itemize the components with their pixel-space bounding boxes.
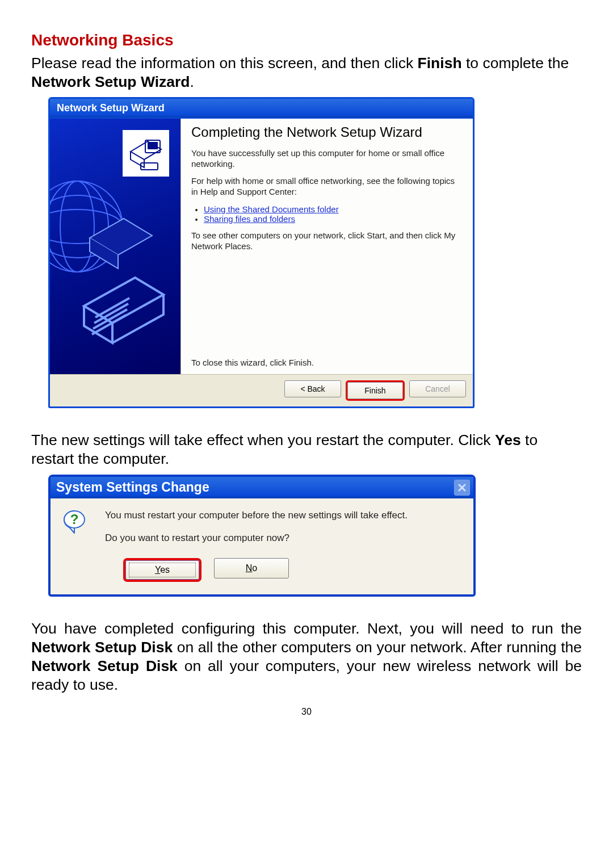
list-item: Using the Shared Documents folder: [204, 204, 463, 214]
network-setup-wizard-window: Network Setup Wizard: [48, 97, 475, 408]
msgbox-title: System Settings Change: [56, 480, 209, 495]
intro-text-1: Please read the information on this scre…: [31, 54, 418, 72]
wizard-content: Completing the Network Setup Wizard You …: [181, 119, 473, 374]
link-sharing-files[interactable]: Sharing files and folders: [204, 214, 295, 224]
question-icon: ?: [61, 509, 88, 555]
wizard-help-links: Using the Shared Documents folder Sharin…: [191, 204, 463, 224]
msgbox-message-2: Do you want to restart your computer now…: [105, 531, 463, 546]
final-1: You have completed configuring this comp…: [31, 620, 582, 637]
close-icon: [458, 484, 466, 492]
back-button[interactable]: < Back: [284, 380, 341, 397]
page-number: 30: [31, 707, 582, 717]
wizard-footer: < Back Finish Cancel: [50, 374, 473, 406]
wizard-paragraph-2: For help with home or small office netwo…: [191, 176, 463, 198]
final-disk-2: Network Setup Disk: [31, 657, 178, 674]
mid-paragraph: The new settings will take effect when y…: [31, 431, 582, 468]
svg-text:?: ?: [70, 511, 79, 527]
wizard-sidebar-graphic: [50, 119, 181, 374]
list-item: Sharing files and folders: [204, 214, 463, 224]
finish-button[interactable]: Finish: [346, 380, 405, 401]
intro-wizard-phrase: Network Setup Wizard: [31, 73, 190, 90]
wizard-paragraph-3: To see other computers on your network, …: [191, 230, 463, 252]
wizard-close-instruction: To close this wizard, click Finish.: [191, 341, 463, 367]
final-paragraph: You have completed configuring this comp…: [31, 619, 582, 695]
svg-point-4: [50, 181, 108, 272]
intro-paragraph: Please read the information on this scre…: [31, 54, 582, 91]
msgbox-titlebar: System Settings Change: [51, 477, 473, 498]
close-button[interactable]: [454, 480, 470, 496]
svg-rect-7: [148, 142, 158, 149]
wizard-paragraph-1: You have successfully set up this comput…: [191, 148, 463, 170]
wizard-titlebar: Network Setup Wizard: [50, 99, 473, 119]
final-2: on all the other computers on your netwo…: [173, 639, 582, 656]
system-settings-change-dialog: System Settings Change ? You must restar…: [48, 475, 476, 597]
mid-text-1: The new settings will take effect when y…: [31, 431, 495, 448]
msgbox-message-1: You must restart your computer before th…: [105, 509, 463, 523]
no-button[interactable]: No: [214, 558, 289, 578]
link-shared-documents[interactable]: Using the Shared Documents folder: [204, 204, 339, 214]
intro-text-2: to complete the: [462, 54, 569, 72]
intro-finish-word: Finish: [418, 54, 462, 72]
intro-period: .: [190, 73, 194, 90]
yes-button[interactable]: Yes: [123, 558, 201, 582]
wizard-heading: Completing the Network Setup Wizard: [191, 124, 463, 140]
section-title: Networking Basics: [31, 31, 582, 49]
cancel-button: Cancel: [409, 380, 466, 397]
final-disk-1: Network Setup Disk: [31, 639, 173, 656]
mid-yes-word: Yes: [495, 431, 521, 448]
